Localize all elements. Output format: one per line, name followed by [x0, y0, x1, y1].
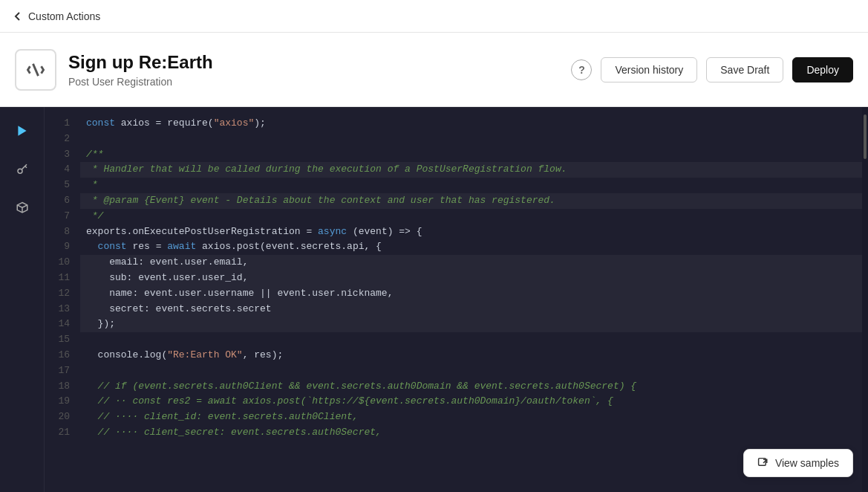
svg-marker-1 — [18, 126, 26, 136]
view-samples-button[interactable]: View samples — [743, 449, 853, 477]
view-samples-label: View samples — [775, 457, 839, 469]
code-line-15 — [80, 332, 868, 348]
code-line-16: console.log("Re:Earth OK", res); — [80, 348, 868, 363]
code-line-6: * @param {Event} event - Details about t… — [80, 193, 868, 209]
action-icon — [15, 49, 56, 91]
svg-line-4 — [25, 166, 26, 168]
page-subtitle: Post User Registration — [68, 76, 571, 88]
svg-line-0 — [33, 63, 39, 75]
external-link-icon — [757, 457, 769, 469]
code-line-10: email: event.user.email, — [80, 255, 868, 271]
code-line-1: const axios = require("axios"); — [80, 116, 868, 132]
header-text: Sign up Re:Earth Post User Registration — [68, 52, 571, 88]
code-line-8: exports.onExecutePostUserRegistration = … — [80, 224, 868, 240]
svg-point-2 — [18, 169, 22, 173]
code-line-3: /** — [80, 147, 868, 163]
deploy-button[interactable]: Deploy — [792, 57, 853, 82]
page-title: Sign up Re:Earth — [68, 52, 571, 73]
code-line-12: name: event.user.username || event.user.… — [80, 286, 868, 302]
code-area[interactable]: const axios = require("axios"); /** * Ha… — [77, 107, 868, 492]
line-numbers: 1 2 3 4 5 6 7 8 9 10 11 12 13 14 15 16 1… — [45, 107, 77, 492]
scroll-indicator — [862, 107, 868, 492]
code-line-18: // if (event.secrets.auth0Client && even… — [80, 379, 868, 395]
key-sidebar-icon[interactable] — [10, 158, 34, 181]
code-line-11: sub: event.user.user_id, — [80, 271, 868, 286]
sidebar — [0, 107, 45, 492]
svg-line-7 — [22, 205, 27, 207]
header: Sign up Re:Earth Post User Registration … — [0, 33, 868, 107]
save-draft-button[interactable]: Save Draft — [706, 57, 783, 82]
code-line-13: secret: event.secrets.secret — [80, 302, 868, 317]
box-sidebar-icon[interactable] — [10, 196, 34, 220]
code-line-2 — [80, 132, 868, 147]
code-editor[interactable]: 1 2 3 4 5 6 7 8 9 10 11 12 13 14 15 16 1… — [45, 107, 868, 492]
svg-line-6 — [17, 205, 22, 207]
code-line-20: // ···· client_id: event.secrets.auth0Cl… — [80, 410, 868, 425]
help-icon[interactable]: ? — [571, 59, 592, 80]
code-line-19: // ·· const res2 = await axios.post(`htt… — [80, 394, 868, 410]
code-line-9: const res = await axios.post(event.secre… — [80, 239, 868, 255]
code-line-21: // ···· client_secret: event.secrets.aut… — [80, 425, 868, 441]
back-link[interactable]: Custom Actions — [12, 10, 100, 22]
top-nav: Custom Actions — [0, 0, 868, 33]
version-history-button[interactable]: Version history — [601, 57, 697, 82]
scroll-thumb — [864, 114, 867, 159]
code-line-14: }); — [80, 317, 868, 332]
run-sidebar-icon[interactable] — [10, 119, 34, 143]
code-line-4: * Handler that will be called during the… — [80, 162, 868, 178]
editor-inner: 1 2 3 4 5 6 7 8 9 10 11 12 13 14 15 16 1… — [45, 107, 868, 492]
header-actions: ? Version history Save Draft Deploy — [571, 57, 853, 82]
code-line-5: * — [80, 178, 868, 193]
code-line-7: */ — [80, 209, 868, 224]
back-label: Custom Actions — [28, 10, 100, 22]
code-line-17 — [80, 363, 868, 379]
main-content: 1 2 3 4 5 6 7 8 9 10 11 12 13 14 15 16 1… — [0, 107, 868, 492]
